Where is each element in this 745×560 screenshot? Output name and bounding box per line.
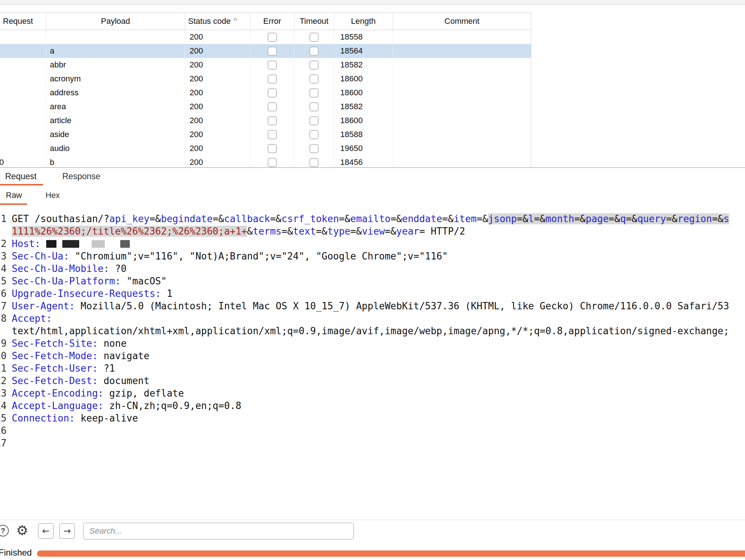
error-checkbox[interactable] xyxy=(268,130,277,139)
syntax-segment: =& xyxy=(517,213,528,224)
timeout-checkbox[interactable] xyxy=(309,130,319,139)
syntax-segment: 1 xyxy=(167,288,173,299)
result-row[interactable]: 10 b 200 18456 xyxy=(0,155,531,167)
column-label: Length xyxy=(351,16,375,26)
request-editor[interactable]: 1GET /southasian/?api_key=&begindate=&ca… xyxy=(0,210,745,523)
progress-bar xyxy=(37,550,745,557)
payload-cell xyxy=(46,30,185,44)
error-checkbox[interactable] xyxy=(268,33,277,42)
result-row[interactable]: 7 article 200 18600 xyxy=(0,114,531,128)
syntax-segment: =& xyxy=(442,213,454,224)
syntax-segment: =& xyxy=(666,213,678,224)
status-code-cell: 200 xyxy=(185,128,250,141)
length-cell: 18582 xyxy=(334,58,393,72)
result-row[interactable]: 3 abbr 200 18582 xyxy=(0,58,531,72)
syntax-segment: region xyxy=(678,213,712,224)
syntax-segment: Upgrade-Insecure-Requests: xyxy=(12,288,167,299)
payload-cell: area xyxy=(46,100,185,114)
editor-line: 14Accept-Language: zh-CN,zh;q=0.9,en;q=0… xyxy=(0,399,745,412)
editor-line: 4Sec-Ch-Ua-Mobile: ?0 xyxy=(0,262,745,275)
syntax-segment: begindate xyxy=(161,213,213,224)
column-header-payload[interactable]: Payload xyxy=(46,13,185,30)
comment-cell xyxy=(393,30,531,44)
payload-cell: audio xyxy=(46,141,185,155)
line-number: 1 xyxy=(0,213,7,225)
syntax-segment: =& xyxy=(351,226,362,237)
status-code-cell: 200 xyxy=(185,72,250,86)
timeout-checkbox[interactable] xyxy=(309,60,319,70)
syntax-segment: month xyxy=(546,213,574,224)
result-row[interactable]: 9 audio 200 19650 xyxy=(0,141,531,155)
help-icon[interactable]: ? xyxy=(0,525,9,537)
comment-cell xyxy=(393,58,531,72)
timeout-checkbox[interactable] xyxy=(309,74,319,84)
error-checkbox[interactable] xyxy=(268,144,277,153)
error-checkbox[interactable] xyxy=(268,47,277,56)
syntax-segment: keep-alive xyxy=(81,413,138,424)
length-cell: 18600 xyxy=(334,86,393,100)
error-checkbox[interactable] xyxy=(268,158,277,167)
request-number: 10 xyxy=(0,155,4,167)
column-header-status-code[interactable]: Status code^ xyxy=(185,13,250,30)
syntax-segment: Sec-Fetch-Mode: xyxy=(12,350,103,361)
column-label: Comment xyxy=(444,16,479,26)
syntax-segment: GET /southasian/? xyxy=(12,213,109,224)
line-number xyxy=(0,325,7,337)
timeout-checkbox[interactable] xyxy=(309,116,319,125)
error-checkbox[interactable] xyxy=(268,102,277,111)
timeout-checkbox[interactable] xyxy=(309,144,319,153)
editor-line: 10Sec-Fetch-Mode: navigate xyxy=(0,350,745,362)
search-previous-button[interactable]: ← xyxy=(38,523,54,539)
result-row[interactable]: 8 aside 200 18588 xyxy=(0,128,531,141)
editor-line: 1111%26%2360;/title%26%2362;%26%2360;a+1… xyxy=(0,225,745,237)
timeout-checkbox[interactable] xyxy=(309,47,319,56)
syntax-segment: Connection: xyxy=(12,413,81,424)
syntax-segment: page xyxy=(586,213,609,224)
column-header-comment[interactable]: Comment xyxy=(393,13,531,30)
length-cell: 18582 xyxy=(334,100,393,114)
result-row[interactable]: 6 area 200 18582 xyxy=(0,100,531,114)
column-header-error[interactable]: Error xyxy=(250,13,294,30)
timeout-checkbox[interactable] xyxy=(309,33,319,42)
payload-cell: acronym xyxy=(46,72,185,86)
syntax-segment: type xyxy=(327,226,351,237)
syntax-segment: "macOS" xyxy=(126,276,167,287)
timeout-checkbox[interactable] xyxy=(309,88,319,97)
result-row[interactable]: 2 a 200 18564 xyxy=(0,44,531,58)
search-next-button[interactable]: → xyxy=(59,523,75,539)
syntax-segment: none xyxy=(103,338,126,349)
column-header-timeout[interactable]: Timeout xyxy=(294,13,334,30)
editor-line: 9Sec-Fetch-Site: none xyxy=(0,337,745,350)
redaction-box xyxy=(46,240,56,248)
editor-line: 1GET /southasian/?api_key=&begindate=&ca… xyxy=(0,213,745,225)
syntax-segment: ?0 xyxy=(115,263,126,274)
search-input[interactable] xyxy=(83,523,354,539)
line-number: 12 xyxy=(0,375,7,387)
timeout-checkbox[interactable] xyxy=(309,158,319,167)
length-cell: 18600 xyxy=(334,72,393,86)
subtab-hex[interactable]: Hex xyxy=(45,187,60,204)
error-checkbox[interactable] xyxy=(268,60,277,70)
message-tabs: Request Response xyxy=(0,168,745,186)
result-row[interactable]: 1 200 18558 xyxy=(0,30,531,44)
subtab-raw[interactable]: Raw xyxy=(6,187,22,204)
tab-response[interactable]: Response xyxy=(62,168,100,185)
result-row[interactable]: 4 acronym 200 18600 xyxy=(0,72,531,86)
error-checkbox[interactable] xyxy=(268,88,277,97)
settings-gear-icon[interactable]: ⚙ xyxy=(16,522,28,540)
editor-line: 8Accept: xyxy=(0,312,745,325)
column-header-request[interactable]: Request xyxy=(0,13,46,30)
error-checkbox[interactable] xyxy=(268,116,277,125)
tab-request[interactable]: Request xyxy=(5,168,37,185)
result-row[interactable]: 5 address 200 18600 xyxy=(0,86,531,100)
timeout-checkbox[interactable] xyxy=(309,102,319,111)
syntax-segment: "Chromium";v="116", "Not)A;Brand";v="24"… xyxy=(75,251,448,262)
syntax-segment: Accept-Encoding: xyxy=(12,388,109,399)
syntax-segment: User-Agent: xyxy=(12,301,81,312)
error-checkbox[interactable] xyxy=(268,74,277,84)
line-number: 16 xyxy=(0,424,7,437)
line-number: 17 xyxy=(0,437,7,449)
comment-cell xyxy=(393,72,531,86)
column-header-length[interactable]: Length xyxy=(334,13,393,30)
column-label: Payload xyxy=(101,16,130,26)
